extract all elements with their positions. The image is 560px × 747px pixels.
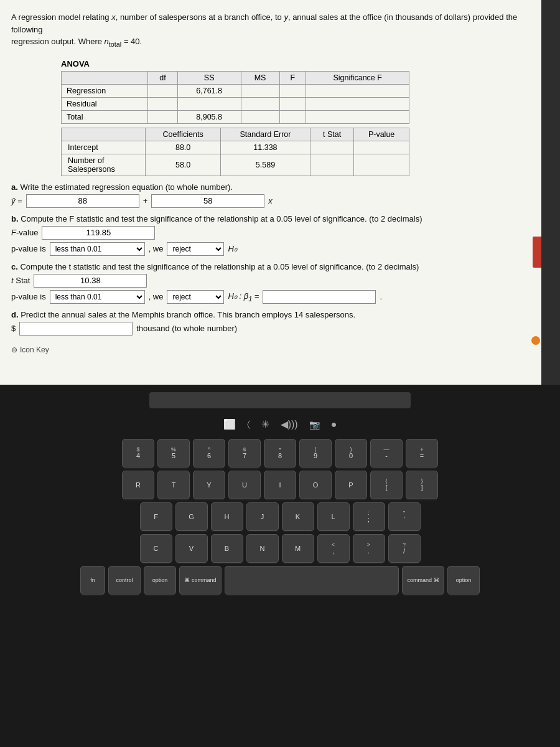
key-0[interactable]: ) 0 — [335, 439, 367, 467]
key-i[interactable]: I — [264, 471, 296, 499]
key-g[interactable]: G — [175, 502, 208, 531]
coeff-row-salespersons: Number ofSalespersons 58.0 5.589 — [62, 154, 409, 176]
keyboard: $ 4 % 5 ^ 6 & 7 * 8 ( 9 — [80, 439, 480, 594]
anova-regression-df — [148, 84, 178, 97]
coeff-intercept-pval — [354, 141, 409, 154]
tstat-input[interactable] — [34, 274, 147, 288]
key-n[interactable]: N — [246, 534, 279, 563]
question-b-pvalue-row: p-value is less than 0.01 between 0.01 a… — [11, 242, 526, 256]
h0-b-label: H₀ — [228, 244, 236, 253]
pvalue-b-select[interactable]: less than 0.01 between 0.01 and 0.05 gre… — [50, 242, 145, 256]
key-option[interactable]: option — [144, 566, 176, 594]
key-9[interactable]: ( 9 — [299, 439, 332, 467]
icon-key-symbol: ⊖ — [11, 345, 17, 354]
key-lbracket[interactable]: { [ — [370, 471, 403, 499]
anova-total-sig — [306, 110, 409, 123]
question-b: b. Compute the F statistic and test the … — [11, 214, 526, 256]
key-o[interactable]: O — [299, 471, 332, 499]
anova-row-regression: Regression 6,761.8 — [62, 84, 409, 97]
key-cmd-right[interactable]: command ⌘ — [402, 566, 444, 594]
coeff-intercept-label: Intercept — [62, 141, 146, 154]
question-c: c. Compute the t statistic and test the … — [11, 262, 526, 304]
key-row-space: fn control option ⌘ command command ⌘ op… — [80, 566, 480, 594]
key-cmd-left[interactable]: ⌘ command — [179, 566, 222, 594]
action-c-select[interactable]: reject fail to reject — [167, 290, 224, 304]
key-minus[interactable]: — - — [370, 439, 403, 467]
key-t[interactable]: T — [157, 471, 190, 499]
key-l[interactable]: L — [317, 502, 350, 531]
key-c[interactable]: C — [140, 534, 172, 563]
key-4[interactable]: $ 4 — [122, 439, 154, 467]
key-5[interactable]: % 5 — [157, 439, 190, 467]
key-semicolon[interactable]: : ; — [353, 502, 385, 531]
key-ctrl[interactable]: control — [108, 566, 141, 594]
key-rbracket[interactable]: } ] — [406, 471, 438, 499]
camera-icon: 📷 — [309, 420, 320, 430]
anova-row-total: Total 8,905.8 — [62, 110, 409, 123]
yhat-slope-input[interactable] — [151, 194, 264, 208]
anova-residual-df — [148, 97, 178, 110]
question-b-text: Compute the F statistic and test the sig… — [21, 214, 422, 223]
key-fn[interactable]: fn — [80, 566, 105, 594]
key-j[interactable]: J — [246, 502, 279, 531]
coeff-row-intercept: Intercept 88.0 11.338 — [62, 141, 409, 154]
key-quote[interactable]: " ' — [388, 502, 421, 531]
anova-total-label: Total — [62, 110, 148, 123]
pvalue-c-select[interactable]: less than 0.01 between 0.01 and 0.05 gre… — [50, 290, 145, 304]
key-6[interactable]: ^ 6 — [193, 439, 225, 467]
key-r[interactable]: R — [122, 471, 154, 499]
coeff-intercept-se: 11.338 — [220, 141, 310, 154]
key-v[interactable]: V — [175, 534, 208, 563]
key-8[interactable]: * 8 — [264, 439, 296, 467]
fvalue-input[interactable] — [42, 226, 155, 240]
anova-residual-ms — [241, 97, 279, 110]
coeff-col-pvalue: P-value — [354, 128, 409, 141]
question-c-pvalue-row: p-value is less than 0.01 between 0.01 a… — [11, 290, 526, 304]
period-c: . — [380, 292, 382, 301]
pvalue-c-label: p-value is — [11, 292, 46, 301]
anova-col-df: df — [148, 71, 178, 84]
key-f[interactable]: F — [140, 502, 172, 531]
status-row: ⬜ 〈 ✳ ◀))) 📷 ● — [211, 416, 350, 433]
question-b-fvalue-row: F-value — [11, 226, 526, 240]
key-space[interactable] — [225, 566, 399, 594]
sales-prediction-input[interactable] — [19, 322, 133, 336]
anova-regression-f — [279, 84, 306, 97]
key-k[interactable]: K — [282, 502, 314, 531]
circle-icon: ● — [331, 419, 337, 430]
key-equals[interactable]: + = — [406, 439, 438, 467]
question-d-label: d. — [11, 310, 19, 319]
key-y[interactable]: Y — [193, 471, 225, 499]
coeff-salespersons-se: 5.589 — [220, 154, 310, 176]
h0-beta-input[interactable] — [263, 290, 376, 304]
fvalue-label: F-value — [11, 228, 38, 237]
anova-col-f: F — [279, 71, 306, 84]
action-b-select[interactable]: reject fail to reject — [167, 242, 224, 256]
key-p[interactable]: P — [335, 471, 367, 499]
key-comma[interactable]: < , — [317, 534, 350, 563]
key-period[interactable]: > . — [353, 534, 385, 563]
volume-icon: ◀))) — [281, 418, 298, 430]
key-b[interactable]: B — [211, 534, 243, 563]
tstat-label: t Stat — [11, 276, 30, 285]
yhat-intercept-input[interactable] — [26, 194, 139, 208]
coeff-col-tstat: t Stat — [310, 128, 354, 141]
search-bar[interactable] — [149, 392, 411, 408]
icon-key-section: ⊖ Icon Key — [11, 345, 526, 354]
question-a-text: Write the estimated regression equation … — [20, 182, 233, 192]
key-u[interactable]: U — [228, 471, 261, 499]
key-h[interactable]: H — [211, 502, 243, 531]
key-m[interactable]: M — [282, 534, 314, 563]
key-slash[interactable]: ? / — [388, 534, 421, 563]
plus-sign: + — [143, 196, 148, 205]
question-a: a. Write the estimated regression equati… — [11, 182, 526, 208]
coefficients-table: Coefficients Standard Error t Stat P-val… — [61, 128, 409, 176]
anova-regression-ms — [241, 84, 279, 97]
question-d: d. Predict the annual sales at the Memph… — [11, 310, 526, 336]
question-c-tstat-row: t Stat — [11, 274, 526, 288]
coeff-col-coefficients: Coefficients — [146, 128, 220, 141]
key-option-right[interactable]: option — [447, 566, 480, 594]
x-label: x — [268, 196, 273, 205]
key-7[interactable]: & 7 — [228, 439, 261, 467]
question-c-text: Compute the t statistic and test the sig… — [20, 262, 419, 271]
